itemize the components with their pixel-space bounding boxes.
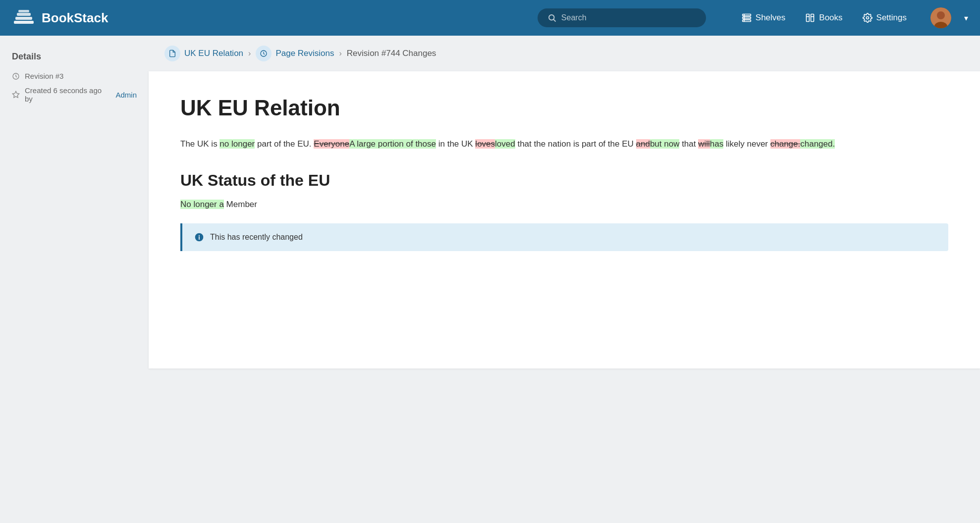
callout-box: This has recently changed (180, 223, 948, 251)
del-change: change. (770, 139, 801, 149)
section-heading: UK Status of the EU (180, 171, 948, 190)
sidebar-revision: Revision #3 (12, 72, 137, 80)
logo[interactable]: BookStack (12, 6, 108, 30)
breadcrumb-revisions: Page Revisions (256, 46, 334, 61)
breadcrumb-page-link[interactable]: UK EU Relation (184, 49, 243, 58)
clock-icon (12, 72, 20, 80)
clock-icon-circle (256, 46, 272, 61)
shelves-icon (742, 13, 752, 23)
books-icon (805, 13, 815, 23)
svg-rect-7 (742, 17, 751, 18)
ins-no-longer: no longer (219, 139, 255, 149)
logo-text: BookStack (42, 10, 108, 26)
main-layout: Details Revision #3 Created 6 seconds ag… (0, 36, 980, 523)
breadcrumb-current: Revision #744 Changes (347, 49, 436, 58)
svg-rect-11 (811, 14, 814, 22)
search-input[interactable]: Search (538, 8, 706, 27)
created-by-link[interactable]: Admin (115, 91, 137, 99)
sidebar: Details Revision #3 Created 6 seconds ag… (0, 36, 149, 523)
svg-rect-0 (14, 21, 34, 24)
page-content: UK EU Relation The UK is no longer part … (149, 71, 980, 368)
paragraph-1: The UK is no longer part of the EU. Ever… (180, 137, 948, 152)
breadcrumb-sep-2: › (339, 49, 342, 58)
ins-has: has (710, 139, 723, 149)
breadcrumb-page: UK EU Relation (164, 46, 243, 61)
svg-line-5 (553, 19, 555, 21)
svg-point-4 (549, 15, 554, 20)
svg-rect-10 (807, 14, 810, 22)
settings-icon (863, 13, 872, 23)
created-label: Created 6 seconds ago by (25, 86, 104, 103)
page-title: UK EU Relation (180, 95, 948, 121)
nav-shelves-label: Shelves (756, 13, 785, 23)
search-placeholder: Search (561, 13, 587, 22)
breadcrumb: UK EU Relation › Page Revisions › Revisi… (149, 36, 980, 71)
header: BookStack Search Shelves (0, 0, 980, 36)
user-avatar[interactable] (930, 7, 951, 28)
page-icon-circle (164, 46, 180, 61)
ins-large-portion: A large portion of those (349, 139, 436, 149)
nav-books-label: Books (819, 13, 842, 23)
star-icon (12, 91, 20, 99)
page-icon (168, 50, 176, 57)
del-everyone: Everyone (314, 139, 349, 149)
revision-label: Revision #3 (25, 72, 63, 80)
svg-point-24 (199, 235, 200, 236)
page-body: The UK is no longer part of the EU. Ever… (180, 137, 948, 152)
svg-rect-1 (15, 17, 32, 20)
ins-loved: loved (495, 139, 515, 149)
nav-settings-label: Settings (876, 13, 907, 23)
status-text: No longer a Member (180, 200, 948, 209)
breadcrumb-revisions-link[interactable]: Page Revisions (275, 49, 334, 58)
del-loves: loves (475, 139, 495, 149)
callout-text: This has recently changed (210, 233, 303, 242)
svg-rect-6 (742, 14, 751, 16)
history-icon (260, 50, 268, 57)
search-box-container: Search (538, 8, 706, 27)
ins-changed: changed. (800, 139, 835, 149)
svg-rect-2 (17, 13, 31, 16)
search-icon (547, 13, 556, 22)
svg-rect-3 (18, 10, 29, 12)
nav-shelves[interactable]: Shelves (734, 9, 793, 27)
nav-settings[interactable]: Settings (855, 9, 915, 27)
info-icon (194, 232, 204, 242)
logo-icon (12, 6, 36, 30)
breadcrumb-sep-1: › (248, 49, 251, 58)
del-and: and (636, 139, 650, 149)
user-dropdown-arrow[interactable]: ▾ (964, 13, 968, 23)
ins-but-now: but now (650, 139, 680, 149)
nav-books[interactable]: Books (797, 9, 850, 27)
ins-no-longer-member: No longer a (180, 200, 224, 209)
del-will: will (698, 139, 710, 149)
svg-marker-19 (12, 91, 19, 98)
header-nav: Shelves Books Settings (734, 9, 915, 27)
svg-point-16 (937, 11, 945, 19)
sidebar-title: Details (12, 52, 137, 62)
svg-rect-8 (742, 20, 751, 21)
content-area: UK EU Relation › Page Revisions › Revisi… (149, 36, 980, 523)
svg-point-14 (866, 17, 869, 19)
sidebar-created: Created 6 seconds ago by Admin (12, 86, 137, 103)
